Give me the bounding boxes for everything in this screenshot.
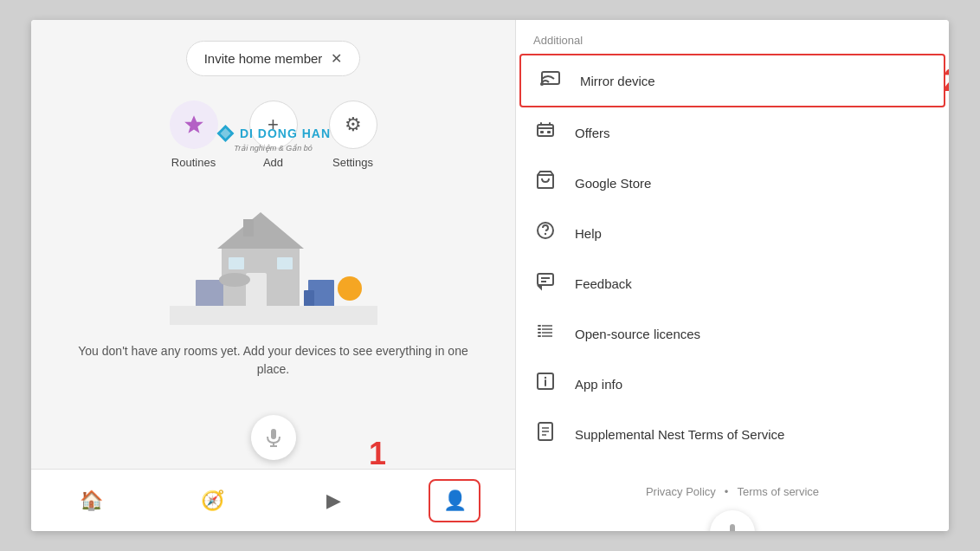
feedback-icon bbox=[533, 270, 558, 296]
help-label: Help bbox=[575, 226, 602, 241]
settings-icon: ⚙ bbox=[345, 113, 362, 136]
nest-terms-label: Supplemental Nest Terms of Service bbox=[575, 427, 784, 442]
footer-links: Privacy Policy • Terms of service bbox=[516, 473, 949, 510]
nest-terms-item[interactable]: Supplemental Nest Terms of Service bbox=[516, 409, 949, 459]
privacy-policy-link[interactable]: Privacy Policy bbox=[646, 485, 716, 498]
settings-button[interactable]: ⚙ bbox=[329, 100, 377, 149]
svg-point-25 bbox=[545, 233, 546, 235]
mirror-device-label: Mirror device bbox=[580, 74, 655, 88]
invite-label: Invite home member bbox=[204, 51, 323, 66]
watermark-name: DI DONG HAN bbox=[240, 126, 331, 140]
left-panel: Invite home member ✕ Routines + Add bbox=[31, 20, 516, 531]
empty-rooms-message: You don't have any rooms yet. Add your d… bbox=[31, 342, 515, 379]
svg-rect-26 bbox=[538, 274, 553, 285]
house-svg bbox=[170, 186, 377, 325]
nav-explore[interactable]: 🧭 bbox=[187, 479, 239, 522]
svg-rect-23 bbox=[547, 131, 551, 133]
terms-of-service-link[interactable]: Terms of service bbox=[737, 485, 819, 498]
routines-action: Routines bbox=[170, 100, 218, 169]
svg-rect-7 bbox=[277, 257, 293, 269]
routines-button[interactable] bbox=[170, 100, 218, 149]
profile-icon: 👤 bbox=[443, 489, 467, 512]
right-mic-button[interactable] bbox=[710, 510, 755, 531]
offers-item[interactable]: Offers bbox=[516, 107, 949, 158]
open-source-item[interactable]: Open-source licences bbox=[516, 308, 949, 359]
svg-rect-10 bbox=[304, 290, 314, 308]
right-panel: Additional Mirror device 2 bbox=[516, 20, 949, 531]
invite-home-member-button[interactable]: Invite home member ✕ bbox=[186, 41, 361, 76]
google-store-label: Google Store bbox=[575, 176, 651, 191]
svg-rect-22 bbox=[540, 131, 544, 133]
list-icon bbox=[533, 321, 558, 347]
doc-icon bbox=[533, 421, 558, 447]
feedback-item[interactable]: Feedback bbox=[516, 258, 949, 308]
cart-icon bbox=[533, 170, 558, 196]
app-info-label: App info bbox=[575, 377, 622, 392]
mic-icon bbox=[263, 427, 284, 448]
mic-fab-button[interactable] bbox=[251, 415, 296, 460]
bottom-navigation: 🏠 🧭 ▶ 👤 bbox=[31, 469, 515, 531]
dot-separator: • bbox=[725, 485, 729, 498]
nav-profile[interactable]: 👤 bbox=[429, 479, 480, 522]
svg-rect-6 bbox=[229, 257, 244, 269]
help-icon bbox=[533, 220, 558, 246]
svg-point-11 bbox=[338, 276, 362, 301]
cast-icon bbox=[538, 68, 563, 94]
screenshot-container: Invite home member ✕ Routines + Add bbox=[31, 20, 949, 531]
watermark-logo: DI DONG HAN bbox=[216, 124, 331, 143]
watermark-diamond-icon bbox=[216, 124, 235, 143]
google-store-item[interactable]: Google Store bbox=[516, 158, 949, 208]
svg-rect-21 bbox=[538, 125, 553, 136]
svg-point-39 bbox=[545, 377, 546, 379]
nav-home[interactable]: 🏠 bbox=[66, 479, 118, 522]
close-icon[interactable]: ✕ bbox=[331, 50, 342, 67]
home-illustration bbox=[170, 186, 377, 325]
nav-media[interactable]: ▶ bbox=[307, 479, 359, 522]
section-header: Additional bbox=[516, 20, 949, 54]
svg-rect-4 bbox=[243, 219, 254, 237]
feedback-label: Feedback bbox=[575, 276, 632, 291]
mic-right-icon bbox=[722, 522, 743, 531]
settings-action: ⚙ Settings bbox=[329, 100, 377, 169]
help-item[interactable]: Help bbox=[516, 208, 949, 258]
offers-label: Offers bbox=[575, 126, 610, 140]
media-icon: ▶ bbox=[326, 489, 341, 512]
add-label: Add bbox=[263, 156, 283, 169]
annotation-label-1: 1 bbox=[369, 436, 386, 472]
watermark: DI DONG HAN Trải nghiệm & Gần bó bbox=[216, 124, 331, 152]
svg-rect-44 bbox=[730, 524, 735, 531]
svg-point-12 bbox=[219, 273, 250, 287]
settings-label: Settings bbox=[332, 156, 373, 169]
svg-rect-8 bbox=[196, 280, 223, 308]
svg-rect-16 bbox=[271, 429, 276, 439]
info-icon bbox=[533, 371, 558, 397]
svg-marker-0 bbox=[184, 115, 203, 133]
explore-icon: 🧭 bbox=[201, 489, 224, 512]
annotation-label-2: 2 bbox=[944, 62, 949, 99]
open-source-label: Open-source licences bbox=[575, 327, 700, 341]
right-mic-area bbox=[516, 510, 949, 531]
offers-icon bbox=[533, 120, 558, 146]
mirror-device-item[interactable]: Mirror device 2 bbox=[519, 54, 945, 107]
routines-label: Routines bbox=[171, 156, 216, 169]
svg-rect-13 bbox=[170, 306, 377, 325]
watermark-tagline: Trải nghiệm & Gần bó bbox=[234, 144, 312, 152]
app-info-item[interactable]: App info bbox=[516, 359, 949, 409]
home-icon: 🏠 bbox=[80, 489, 103, 512]
svg-point-20 bbox=[540, 82, 544, 86]
